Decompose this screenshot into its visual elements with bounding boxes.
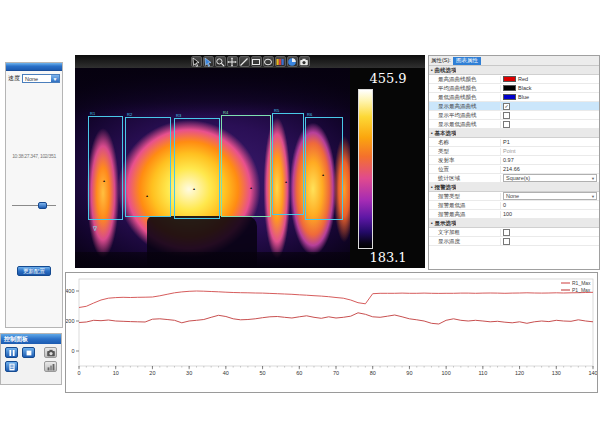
- value-field[interactable]: 0.97: [503, 157, 514, 163]
- property-section-header[interactable]: ▪ 报警选项: [429, 183, 599, 192]
- frame-status-text: 10:38:27.347, 102/351: [6, 153, 62, 159]
- roi-marker-icon: ▴: [285, 180, 288, 183]
- color-swatch: [503, 85, 516, 91]
- update-config-button[interactable]: 更新配置: [17, 266, 51, 276]
- analysis-button[interactable]: [287, 56, 298, 67]
- roi-R1[interactable]: R1▴: [88, 116, 123, 220]
- section-title: ▪ 曲线选项: [429, 67, 456, 74]
- property-row[interactable]: 最低温曲线颜色Blue: [429, 93, 599, 102]
- rectangle-tool-icon: [251, 57, 261, 67]
- value-field[interactable]: 214.66: [503, 166, 520, 172]
- property-row[interactable]: 报警最低温0: [429, 201, 599, 210]
- property-row[interactable]: 显示最低温曲线: [429, 120, 599, 129]
- snapshot-button[interactable]: [299, 56, 310, 67]
- property-row[interactable]: 统计区域Square(s)▼: [429, 174, 599, 183]
- zoom-button[interactable]: [215, 56, 226, 67]
- slider-track[interactable]: [12, 205, 56, 206]
- ellipse-tool-icon: [263, 57, 273, 67]
- frame-slider[interactable]: [12, 202, 56, 209]
- property-row[interactable]: 报警类型None▼: [429, 192, 599, 201]
- temperature-chart[interactable]: 0102030405060708090100110120130140020040…: [66, 273, 597, 392]
- property-tab-active[interactable]: 图表属性: [453, 57, 481, 65]
- property-row[interactable]: 类型Point: [429, 147, 599, 156]
- settings-button[interactable]: [44, 361, 57, 372]
- property-panel-caption: 属性(S): 图表属性: [429, 56, 599, 66]
- chevron-down-icon[interactable]: ▼: [51, 75, 59, 82]
- property-row[interactable]: 报警最高温100: [429, 210, 599, 219]
- rectangle-tool-button[interactable]: [251, 56, 262, 67]
- property-row[interactable]: 显示平均温曲线: [429, 111, 599, 120]
- property-row[interactable]: 最高温曲线颜色Red: [429, 75, 599, 84]
- value-field[interactable]: 0: [503, 202, 506, 208]
- palette-button[interactable]: [275, 56, 286, 67]
- ellipse-tool-button[interactable]: [263, 56, 274, 67]
- roi-R2[interactable]: R2▴: [125, 117, 171, 217]
- checkbox[interactable]: [503, 238, 510, 245]
- checkbox[interactable]: [503, 112, 510, 119]
- checkbox[interactable]: ✓: [503, 103, 510, 110]
- app-window: { "left_panel": { "header": "", "speed_l…: [0, 0, 600, 440]
- roi-R5[interactable]: R5▴: [272, 113, 304, 215]
- speed-dropdown[interactable]: None ▼: [22, 74, 60, 83]
- legend-label-R1_Max: R1_Max: [572, 280, 591, 286]
- speed-dropdown-value: None: [25, 76, 38, 82]
- y-tick-label: 400: [66, 288, 75, 294]
- property-label: 类型: [429, 148, 501, 155]
- property-section-header[interactable]: ▪ 显示选项: [429, 219, 599, 228]
- slider-handle[interactable]: [38, 202, 47, 209]
- x-tick-label: 10: [113, 370, 119, 376]
- property-label: 显示平均温曲线: [429, 112, 501, 119]
- value-dropdown[interactable]: Square(s)▼: [503, 174, 597, 182]
- settings-icon: [46, 362, 56, 372]
- roi-marker-icon: ▴: [146, 194, 149, 197]
- roi-R3[interactable]: R3▴: [174, 118, 220, 219]
- property-row[interactable]: 显示温度: [429, 237, 599, 246]
- select-arrow-button[interactable]: [203, 56, 214, 67]
- report-button[interactable]: [5, 361, 18, 372]
- property-row[interactable]: 发射率0.97: [429, 156, 599, 165]
- x-tick-label: 100: [442, 370, 451, 376]
- roi-R4[interactable]: R4▴: [221, 115, 271, 217]
- property-section-header[interactable]: ▪ 基本选项: [429, 129, 599, 138]
- value-field[interactable]: 100: [503, 211, 512, 217]
- pan-button[interactable]: [227, 56, 238, 67]
- section-title: ▪ 基本选项: [429, 130, 456, 137]
- y-tick-label: 0: [71, 348, 74, 354]
- roi-label: R2: [127, 113, 132, 117]
- camera-button[interactable]: [44, 347, 57, 358]
- cursor-button[interactable]: [191, 56, 202, 67]
- speed-label: 速度: [8, 74, 20, 83]
- playback-panel: 速度 None ▼ 10:38:27.347, 102/351 更新配置: [5, 62, 63, 328]
- palette-icon: [275, 57, 285, 67]
- x-tick-label: 0: [77, 370, 80, 376]
- property-row[interactable]: 平均温曲线颜色Black: [429, 84, 599, 93]
- property-row[interactable]: 文字加粗: [429, 228, 599, 237]
- control-panel: 控制面板: [0, 333, 62, 385]
- property-row[interactable]: 显示最高温曲线✓: [429, 102, 599, 111]
- value-field[interactable]: P1: [503, 139, 510, 145]
- thermal-image[interactable]: R1▴R2▴R3▴R4▴R5▴R6▴ ∇: [75, 68, 350, 268]
- x-tick-label: 90: [406, 370, 412, 376]
- roi-R6[interactable]: R6▴: [305, 117, 343, 220]
- roi-marker-icon: ▴: [250, 186, 253, 189]
- property-label: 显示最低温曲线: [429, 121, 501, 128]
- checkbox[interactable]: [503, 229, 510, 236]
- x-tick-label: 20: [149, 370, 155, 376]
- color-name: Black: [518, 85, 531, 91]
- roi-label: R4: [223, 111, 228, 115]
- temperature-colorbar[interactable]: [358, 89, 373, 249]
- chart-series-R1_Max: [79, 291, 593, 308]
- pause-button[interactable]: [5, 347, 18, 358]
- property-row[interactable]: 位置214.66: [429, 165, 599, 174]
- line-tool-button[interactable]: [239, 56, 250, 67]
- checkbox[interactable]: [503, 121, 510, 128]
- zoom-icon: [215, 57, 225, 67]
- property-section-header[interactable]: ▪ 曲线选项: [429, 66, 599, 75]
- value-dropdown[interactable]: None▼: [503, 192, 597, 200]
- x-tick-label: 130: [552, 370, 561, 376]
- stop-button[interactable]: [22, 347, 35, 358]
- camera-icon: [46, 348, 56, 358]
- property-row[interactable]: 名称P1: [429, 138, 599, 147]
- x-tick-label: 140: [588, 370, 597, 376]
- x-tick-label: 70: [333, 370, 339, 376]
